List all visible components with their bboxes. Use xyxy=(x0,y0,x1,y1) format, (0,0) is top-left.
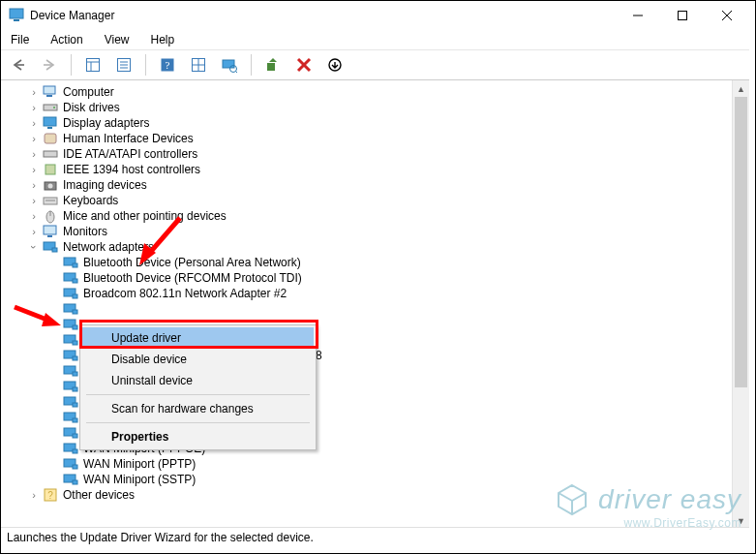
help-button[interactable]: ? xyxy=(156,53,179,77)
svg-rect-34 xyxy=(44,151,57,157)
scroll-thumb[interactable] xyxy=(735,97,747,387)
network-icon xyxy=(63,348,78,363)
tree-item-monitors[interactable]: ›Monitors xyxy=(11,224,730,239)
svg-rect-49 xyxy=(73,279,77,283)
tree-label: Bluetooth Device (RFCOMM Protocol TDI) xyxy=(83,270,302,286)
svg-rect-32 xyxy=(47,127,52,129)
view-detail-button[interactable] xyxy=(81,53,105,77)
svg-rect-53 xyxy=(73,310,77,314)
svg-rect-28 xyxy=(46,95,52,97)
app-icon xyxy=(9,8,24,23)
tree-item-network[interactable]: ›Network adapters xyxy=(11,239,730,255)
device-tree[interactable]: ›Computer ›Disk drives ›Display adapters… xyxy=(11,84,730,529)
show-hidden-button[interactable] xyxy=(187,53,210,77)
tree-item-imaging[interactable]: ›Imaging devices xyxy=(11,177,730,193)
tree-item-net-child[interactable]: Bluetooth Device (Personal Area Network) xyxy=(11,255,730,270)
firewire-icon xyxy=(43,162,58,177)
network-icon xyxy=(63,255,78,270)
hid-icon xyxy=(43,131,58,146)
properties-button[interactable] xyxy=(112,53,136,77)
uninstall-button[interactable] xyxy=(292,53,316,77)
toolbar-separator xyxy=(71,54,72,76)
tree-label: Computer xyxy=(63,84,114,100)
network-icon xyxy=(63,286,78,301)
menu-item-disable[interactable]: Disable device xyxy=(82,349,314,370)
network-icon xyxy=(63,472,78,487)
menu-view[interactable]: View xyxy=(101,31,134,48)
computer-icon xyxy=(43,84,58,100)
display-icon xyxy=(43,115,58,131)
tree-label: WAN Miniport (SSTP) xyxy=(83,472,196,487)
svg-rect-1 xyxy=(14,19,19,21)
network-icon xyxy=(63,317,78,332)
menu-item-scan[interactable]: Scan for hardware changes xyxy=(82,398,314,419)
other-icon: ? xyxy=(43,487,58,503)
back-button[interactable] xyxy=(7,53,30,77)
svg-rect-51 xyxy=(73,294,77,298)
tree-item-net-child[interactable]: WAN Miniport (SSTP) xyxy=(11,472,730,487)
tree-item-net-child[interactable]: Bluetooth Device (RFCOMM Protocol TDI) xyxy=(11,270,730,286)
tree-label: IDE ATA/ATAPI controllers xyxy=(63,146,197,162)
svg-rect-42 xyxy=(44,226,56,234)
network-icon xyxy=(63,410,78,425)
menubar: File Action View Help xyxy=(1,30,749,50)
network-icon xyxy=(43,239,58,255)
forward-button[interactable] xyxy=(38,53,61,77)
tree-label: Keyboards xyxy=(63,193,118,208)
svg-rect-0 xyxy=(10,9,23,18)
svg-rect-8 xyxy=(87,59,100,72)
menu-item-uninstall[interactable]: Uninstall device xyxy=(82,370,314,391)
menu-file[interactable]: File xyxy=(7,31,33,48)
network-icon xyxy=(63,301,78,317)
network-icon xyxy=(63,456,78,472)
menu-action[interactable]: Action xyxy=(46,31,86,48)
menu-item-properties[interactable]: Properties xyxy=(82,426,314,447)
disable-button[interactable] xyxy=(323,53,347,77)
tree-label: Network adapters xyxy=(63,239,154,255)
scan-button[interactable] xyxy=(218,53,241,77)
menu-help[interactable]: Help xyxy=(147,31,179,48)
scrollbar[interactable]: ▲ ▼ xyxy=(732,80,749,529)
svg-rect-3 xyxy=(679,12,687,20)
svg-line-22 xyxy=(236,72,238,74)
svg-text:?: ? xyxy=(47,490,53,501)
svg-point-37 xyxy=(48,184,53,189)
minimize-button[interactable] xyxy=(616,1,660,30)
tree-item-other[interactable]: ›?Other devices xyxy=(11,487,730,503)
svg-rect-75 xyxy=(73,480,77,484)
keyboard-icon xyxy=(43,193,58,208)
tree-item-computer[interactable]: ›Computer xyxy=(11,84,730,100)
tree-item-disk-drives[interactable]: ›Disk drives xyxy=(11,100,730,115)
mouse-icon xyxy=(43,208,58,224)
menu-separator xyxy=(86,422,310,423)
tree-label: Monitors xyxy=(63,224,107,239)
tree-item-ide[interactable]: ›IDE ATA/ATAPI controllers xyxy=(11,146,730,162)
tree-item-net-child[interactable]: Broadcom 802.11n Network Adapter #2 xyxy=(11,286,730,301)
tree-label: Display adapters xyxy=(63,115,149,131)
tree-item-net-child[interactable] xyxy=(11,301,730,317)
context-menu: Update driver Disable device Uninstall d… xyxy=(79,324,317,450)
svg-rect-57 xyxy=(73,341,77,345)
menu-separator xyxy=(86,394,310,395)
tree-label: Broadcom 802.11n Network Adapter #2 xyxy=(83,286,287,301)
tree-item-ieee1394[interactable]: ›IEEE 1394 host controllers xyxy=(11,162,730,177)
svg-rect-69 xyxy=(73,434,77,438)
svg-rect-27 xyxy=(44,86,55,94)
menu-item-update-driver[interactable]: Update driver xyxy=(82,327,314,349)
close-button[interactable] xyxy=(705,1,749,30)
update-driver-button[interactable] xyxy=(261,53,285,77)
tree-label: Disk drives xyxy=(63,100,120,115)
scroll-up-button[interactable]: ▲ xyxy=(733,80,749,97)
svg-rect-35 xyxy=(45,165,55,174)
svg-rect-61 xyxy=(73,372,77,376)
tree-item-hid[interactable]: ›Human Interface Devices xyxy=(11,131,730,146)
svg-rect-43 xyxy=(47,235,52,237)
svg-rect-71 xyxy=(73,449,77,453)
maximize-button[interactable] xyxy=(660,1,705,30)
tree-item-keyboards[interactable]: ›Keyboards xyxy=(11,193,730,208)
tree-item-net-child[interactable]: WAN Miniport (PPTP) xyxy=(11,456,730,472)
tree-item-display[interactable]: ›Display adapters xyxy=(11,115,730,131)
network-icon xyxy=(63,363,78,379)
tree-item-mice[interactable]: ›Mice and other pointing devices xyxy=(11,208,730,224)
network-icon xyxy=(63,332,78,348)
